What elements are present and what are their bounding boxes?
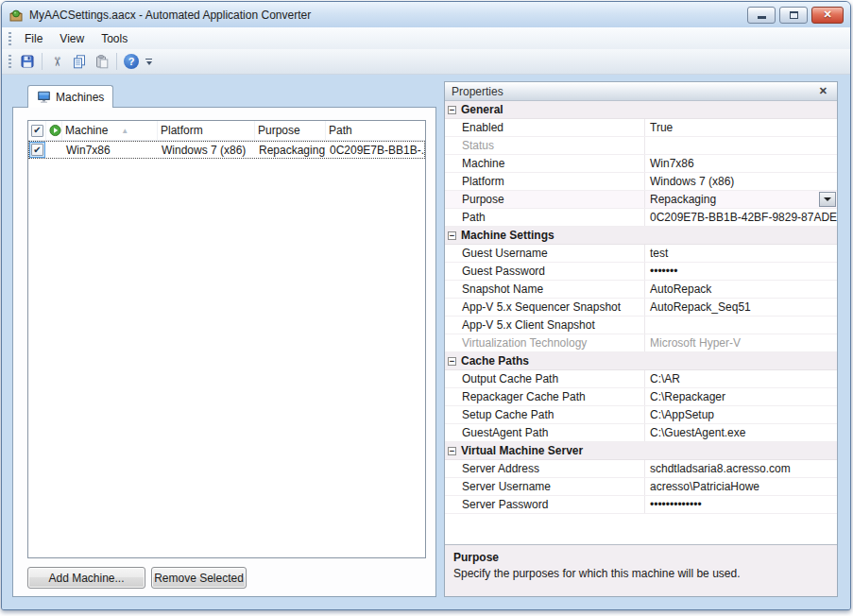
property-value[interactable]: 0C209E7B-BB1B-42BF-9829-87ADED2E8 (645, 209, 837, 226)
collapse-icon[interactable]: − (448, 447, 456, 455)
cut-button[interactable]: ✂ (45, 51, 68, 72)
property-value[interactable]: AutoRepack (645, 281, 837, 298)
overflow-bar-icon (145, 59, 152, 60)
column-header-path[interactable]: Path (326, 121, 425, 140)
property-row-machine[interactable]: MachineWin7x86 (445, 155, 837, 173)
properties-close-icon[interactable]: ✕ (816, 84, 830, 98)
machines-actions: Add Machine... Remove Selected (27, 567, 247, 589)
category-row-machine-settings[interactable]: −Machine Settings (445, 227, 837, 245)
column-header-platform[interactable]: Platform (158, 121, 255, 140)
property-row-status[interactable]: Status (445, 137, 837, 155)
property-label: GuestAgent Path (445, 424, 645, 441)
property-label: Machine (445, 155, 645, 172)
property-row-path[interactable]: Path0C209E7B-BB1B-42BF-9829-87ADED2E8 (445, 209, 837, 227)
menu-tools[interactable]: Tools (93, 29, 136, 48)
add-machine-button[interactable]: Add Machine... (27, 567, 145, 589)
property-row-purpose[interactable]: PurposeRepackaging (445, 191, 837, 209)
category-row-virtual-machine-server[interactable]: −Virtual Machine Server (445, 442, 837, 460)
property-row-repackager-cache-path[interactable]: Repackager Cache PathC:\Repackager (445, 388, 837, 406)
property-row-guest-username[interactable]: Guest Usernametest (445, 245, 837, 263)
help-button[interactable]: ? (120, 51, 143, 72)
property-row-guest-password[interactable]: Guest Password••••••• (445, 263, 837, 281)
menu-grip-handle[interactable] (9, 32, 11, 45)
menu-bar: File View Tools (2, 27, 850, 49)
toolbar-overflow-button[interactable] (143, 51, 155, 72)
close-button[interactable]: ✕ (811, 7, 844, 24)
toolbar-separator (42, 53, 43, 70)
category-row-general[interactable]: −General (445, 101, 837, 119)
chevron-down-icon (824, 197, 831, 201)
machine-row-win7x86[interactable]: ✔ Win7x86 Windows 7 (x86) Repackaging 0C… (28, 141, 425, 159)
property-value[interactable]: Microsoft Hyper-V (645, 334, 837, 351)
menu-view[interactable]: View (51, 29, 93, 48)
menu-file[interactable]: File (16, 29, 51, 48)
machines-tab-page: ✔ Machine ▲ Platform Purpose Path (12, 107, 436, 597)
properties-header: Properties ✕ (445, 82, 837, 101)
property-label: Enabled (445, 119, 645, 136)
property-description-text: Specify the purposes for which this mach… (453, 567, 828, 580)
property-value[interactable]: C:\GuestAgent.exe (645, 424, 837, 441)
property-value[interactable]: ••••••••••••• (645, 496, 837, 513)
property-value[interactable]: C:\AppSetup (645, 406, 837, 423)
property-row-app-v-5-x-sequencer-snapshot[interactable]: App-V 5.x Sequencer SnapshotAutoRepack_S… (445, 299, 837, 317)
property-row-enabled[interactable]: EnabledTrue (445, 119, 837, 137)
property-value[interactable]: AutoRepack_Seq51 (645, 299, 837, 316)
paste-button[interactable] (91, 51, 113, 72)
machine-row-checkbox-cell: ✔ (28, 142, 46, 158)
property-row-snapshot-name[interactable]: Snapshot NameAutoRepack (445, 281, 837, 299)
property-label: Server Password (445, 496, 645, 513)
application-window: MyAACSettings.aacx - Automated Applicati… (1, 1, 851, 610)
collapse-icon[interactable]: − (448, 357, 456, 366)
run-status-column-header[interactable] (46, 121, 62, 140)
machine-checkbox[interactable]: ✔ (29, 142, 45, 158)
tab-machines[interactable]: Machines (27, 85, 113, 108)
category-row-cache-paths[interactable]: −Cache Paths (445, 352, 837, 370)
minimize-button[interactable] (747, 7, 776, 24)
property-row-server-address[interactable]: Server Addressschdtladsaria8.acresso.com (445, 460, 837, 478)
property-row-server-password[interactable]: Server Password••••••••••••• (445, 496, 837, 514)
property-row-output-cache-path[interactable]: Output Cache PathC:\AR (445, 370, 837, 388)
property-value[interactable]: True (645, 119, 837, 136)
property-value[interactable]: Windows 7 (x86) (645, 173, 837, 190)
column-header-machine[interactable]: Machine ▲ (62, 121, 158, 140)
property-value[interactable]: test (645, 245, 837, 262)
property-value[interactable]: C:\Repackager (645, 388, 837, 405)
toolbar: ✂ ? (2, 49, 850, 75)
minimize-icon (758, 16, 766, 19)
scissors-icon: ✂ (50, 57, 64, 67)
property-value[interactable] (645, 137, 837, 154)
property-value[interactable]: Repackaging (645, 191, 837, 208)
restore-button[interactable] (779, 7, 808, 24)
window-title: MyAACSettings.aacx - Automated Applicati… (29, 9, 747, 22)
machine-name-cell: Win7x86 (62, 144, 158, 157)
property-value[interactable]: Win7x86 (645, 155, 837, 172)
property-row-virtualization-technology[interactable]: Virtualization TechnologyMicrosoft Hyper… (445, 334, 837, 352)
save-button[interactable] (16, 51, 39, 72)
remove-selected-button[interactable]: Remove Selected (151, 567, 247, 589)
property-value[interactable]: acresso\PatriciaHowe (645, 478, 837, 495)
dropdown-button[interactable] (819, 192, 836, 207)
property-row-guestagent-path[interactable]: GuestAgent PathC:\GuestAgent.exe (445, 424, 837, 442)
column-header-platform-label: Platform (161, 124, 203, 137)
column-header-path-label: Path (329, 124, 352, 137)
collapse-icon[interactable]: − (448, 106, 456, 114)
property-value[interactable]: C:\AR (645, 370, 837, 387)
property-row-platform[interactable]: PlatformWindows 7 (x86) (445, 173, 837, 191)
property-row-server-username[interactable]: Server Usernameacresso\PatriciaHowe (445, 478, 837, 496)
property-value[interactable]: schdtladsaria8.acresso.com (645, 460, 837, 477)
column-header-purpose[interactable]: Purpose (255, 121, 326, 140)
property-label: Virtualization Technology (445, 334, 645, 351)
toolbar-grip-handle[interactable] (9, 55, 11, 68)
property-row-app-v-5-x-client-snapshot[interactable]: App-V 5.x Client Snapshot (445, 317, 837, 334)
property-label: Status (445, 137, 645, 154)
collapse-icon[interactable]: − (448, 231, 456, 240)
copy-button[interactable] (68, 51, 91, 72)
title-bar[interactable]: MyAACSettings.aacx - Automated Applicati… (2, 2, 850, 27)
select-all-checkbox[interactable]: ✔ (28, 121, 46, 140)
property-label: Server Address (445, 460, 645, 477)
property-value[interactable]: ••••••• (645, 263, 837, 280)
copy-pages-icon (72, 54, 87, 69)
property-value[interactable] (645, 317, 837, 334)
chevron-down-icon (146, 61, 152, 65)
property-row-setup-cache-path[interactable]: Setup Cache PathC:\AppSetup (445, 406, 837, 424)
